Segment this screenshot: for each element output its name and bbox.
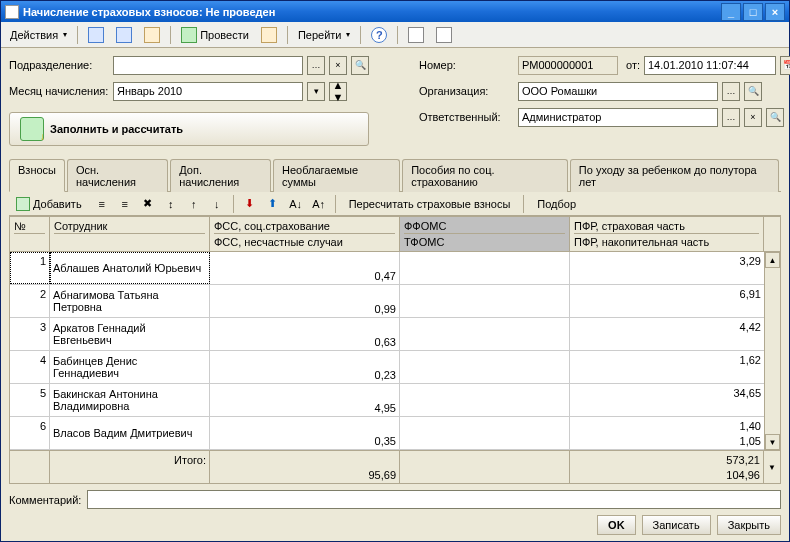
org-label: Организация:: [419, 85, 514, 97]
table-row[interactable]: 5Бакинская Антонина Владимировна4,9534,6…: [10, 384, 780, 417]
date-input[interactable]: [644, 56, 776, 75]
post-button[interactable]: Провести: [176, 25, 254, 45]
col-employee[interactable]: Сотрудник: [54, 219, 205, 234]
toolbar-btn-3[interactable]: [403, 25, 429, 45]
post-icon: [181, 27, 197, 43]
resp-select-button[interactable]: …: [722, 108, 740, 127]
toolbar-btn-1[interactable]: [139, 25, 165, 45]
help-icon: ?: [371, 27, 387, 43]
grid-btn-3[interactable]: ✖: [138, 195, 158, 213]
grid-toolbar: Добавить ≡ ≡ ✖ ↕ ↑ ↓ ⬇ ⬆ A↓ A↑ Пересчита…: [9, 192, 781, 216]
list-icon-2: [436, 27, 452, 43]
goto-menu[interactable]: Перейти: [293, 25, 356, 45]
window-icon: [5, 5, 19, 19]
col-ffoms1[interactable]: ФФОМС: [404, 219, 565, 234]
tab-nontaxable[interactable]: Необлагаемые суммы: [273, 159, 400, 192]
col-ffoms2[interactable]: ТФОМС: [404, 234, 565, 249]
totals-pfr2: 104,96: [726, 467, 760, 482]
arrow-left-icon: [88, 27, 104, 43]
sort-az-button[interactable]: A↓: [286, 195, 306, 213]
comment-label: Комментарий:: [9, 494, 81, 506]
from-label: от:: [626, 59, 640, 71]
actions-menu[interactable]: Действия: [5, 25, 72, 45]
window-title: Начисление страховых взносов: Не проведе…: [23, 6, 721, 18]
number-input[interactable]: [518, 56, 618, 75]
tab-add-accruals[interactable]: Доп. начисления: [170, 159, 271, 192]
totals-pfr1: 573,21: [726, 452, 760, 467]
tab-main-accruals[interactable]: Осн. начисления: [67, 159, 168, 192]
subdivision-search-button[interactable]: 🔍: [351, 56, 369, 75]
grid-btn-6[interactable]: ↓: [207, 195, 227, 213]
table-row[interactable]: 1Аблашев Анатолий Юрьевич0,473,29: [10, 252, 780, 285]
grid-btn-1[interactable]: ≡: [92, 195, 112, 213]
move-up-button[interactable]: ⬆: [263, 195, 283, 213]
resp-search-button[interactable]: 🔍: [766, 108, 784, 127]
tab-contributions[interactable]: Взносы: [9, 159, 65, 192]
tab-childcare[interactable]: По уходу за ребенком до полутора лет: [570, 159, 779, 192]
sort-za-button[interactable]: A↑: [309, 195, 329, 213]
date-picker-button[interactable]: 📅: [780, 56, 790, 75]
tab-benefits[interactable]: Пособия по соц. страхованию: [402, 159, 568, 192]
titlebar: Начисление страховых взносов: Не проведе…: [1, 1, 789, 22]
col-pfr1[interactable]: ПФР, страховая часть: [574, 219, 759, 234]
number-label: Номер:: [419, 59, 514, 71]
grid-btn-5[interactable]: ↑: [184, 195, 204, 213]
month-spin-up[interactable]: ▲▼: [329, 82, 347, 101]
list-icon: [408, 27, 424, 43]
recalculate-button[interactable]: Пересчитать страховые взносы: [342, 195, 518, 213]
subdivision-label: Подразделение:: [9, 59, 109, 71]
ok-button[interactable]: OK: [597, 515, 636, 535]
move-down-button[interactable]: ⬇: [240, 195, 260, 213]
add-icon: [16, 197, 30, 211]
doc-icon: [144, 27, 160, 43]
select-button[interactable]: Подбор: [530, 195, 583, 213]
org-input[interactable]: [518, 82, 718, 101]
tabs: Взносы Осн. начисления Доп. начисления Н…: [9, 158, 781, 192]
toolbar-btn-4[interactable]: [431, 25, 457, 45]
resp-clear-button[interactable]: ×: [744, 108, 762, 127]
subdivision-clear-button[interactable]: ×: [329, 56, 347, 75]
table-row[interactable]: 4Бабинцев Денис Геннадиевич0,231,62: [10, 351, 780, 384]
add-button[interactable]: Добавить: [9, 195, 89, 213]
fill-calculate-icon: [20, 117, 44, 141]
toolbar-btn-2[interactable]: [256, 25, 282, 45]
scroll-down-button[interactable]: ▼: [765, 434, 780, 450]
col-pfr2[interactable]: ПФР, накопительная часть: [574, 234, 759, 249]
save-button[interactable]: Записать: [642, 515, 711, 535]
doc-icon-2: [261, 27, 277, 43]
totals-label: Итого:: [174, 452, 206, 467]
arrow-right-icon: [116, 27, 132, 43]
minimize-button[interactable]: _: [721, 3, 741, 21]
grid-btn-2[interactable]: ≡: [115, 195, 135, 213]
close-button[interactable]: ×: [765, 3, 785, 21]
subdivision-select-button[interactable]: …: [307, 56, 325, 75]
org-select-button[interactable]: …: [722, 82, 740, 101]
scroll-up-button[interactable]: ▲: [765, 252, 780, 268]
resp-input[interactable]: [518, 108, 718, 127]
nav-back-button[interactable]: [83, 25, 109, 45]
resp-label: Ответственный:: [419, 111, 514, 123]
totals-row: Итого: 95,69 573,21104,96 ▼: [10, 450, 780, 483]
table-row[interactable]: 6Власов Вадим Дмитриевич0,351,401,05: [10, 417, 780, 450]
col-fss2[interactable]: ФСС, несчастные случаи: [214, 234, 395, 249]
month-label: Месяц начисления:: [9, 85, 109, 97]
grid-btn-4[interactable]: ↕: [161, 195, 181, 213]
fill-calculate-button[interactable]: Заполнить и рассчитать: [9, 112, 369, 146]
comment-input[interactable]: [87, 490, 781, 509]
month-dropdown-button[interactable]: ▾: [307, 82, 325, 101]
org-search-button[interactable]: 🔍: [744, 82, 762, 101]
close-form-button[interactable]: Закрыть: [717, 515, 781, 535]
vertical-scrollbar[interactable]: ▲ ▼: [764, 252, 780, 450]
col-number[interactable]: №: [14, 219, 45, 234]
nav-fwd-button[interactable]: [111, 25, 137, 45]
table-row[interactable]: 3Аркатов Геннадий Евгеньевич0,634,42: [10, 318, 780, 351]
totals-fss2: 95,69: [368, 467, 396, 482]
main-toolbar: Действия Провести Перейти ?: [1, 22, 789, 48]
table-row[interactable]: 2Абнагимова Татьяна Петровна0,996,91: [10, 285, 780, 318]
maximize-button[interactable]: □: [743, 3, 763, 21]
help-button[interactable]: ?: [366, 25, 392, 45]
month-input[interactable]: [113, 82, 303, 101]
subdivision-input[interactable]: [113, 56, 303, 75]
data-grid[interactable]: № Сотрудник ФСС, соц.страхованиеФСС, нес…: [9, 216, 781, 484]
col-fss1[interactable]: ФСС, соц.страхование: [214, 219, 395, 234]
